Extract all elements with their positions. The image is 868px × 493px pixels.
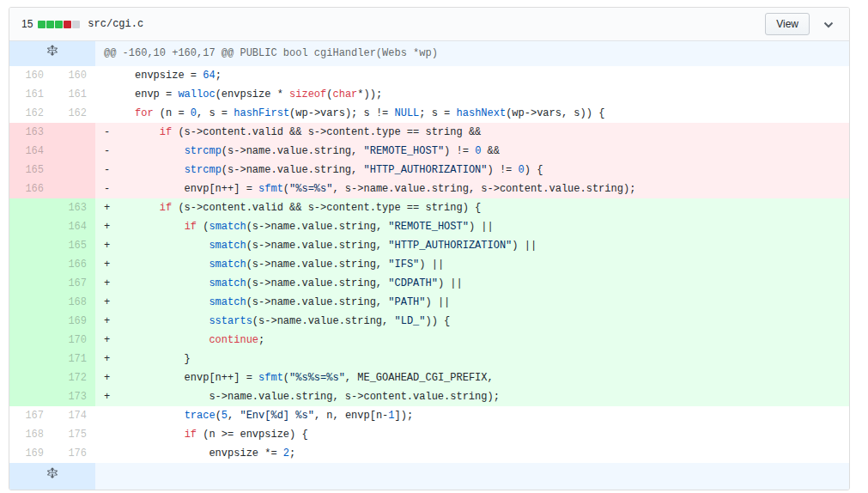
old-line-number[interactable]: 163 [9,123,52,142]
code-token: , s = [197,107,234,119]
file-options-dropdown[interactable] [822,16,835,33]
code-token: (envpsize * [215,88,289,100]
old-line-number[interactable] [9,198,52,217]
code-token: "HTTP_AUTHORIZATION" [363,164,487,176]
code-token: sstarts [209,315,252,327]
code-token: (s->name.value.string, [252,315,395,327]
code-token: ) != [488,164,519,176]
new-line-number[interactable]: 164 [52,217,95,236]
old-line-number[interactable] [9,312,52,331]
code-token: sfmt [258,372,283,384]
code-token: smatch [209,221,246,233]
new-line-number[interactable]: 162 [52,104,95,123]
code-token [110,145,184,157]
new-line-number[interactable]: 163 [52,198,95,217]
diff-line: 164- strcmp(s->name.value.string, "REMOT… [9,142,849,161]
new-line-number[interactable] [52,142,95,161]
old-line-number[interactable]: 161 [9,85,52,104]
code-token [110,240,209,252]
code-token: envpsize *= [110,447,283,460]
code-token [110,221,184,233]
code-token [110,202,160,214]
new-line-number[interactable] [52,180,95,198]
unfold-icon [47,48,58,60]
code-token: sfmt [258,183,283,195]
diff-line: 165+ smatch(s->name.value.string, "HTTP_… [9,236,849,255]
view-button[interactable]: View [765,13,810,35]
old-line-number[interactable] [9,217,52,236]
new-line-number[interactable]: 175 [52,425,95,444]
old-line-number[interactable] [9,293,52,312]
new-line-number[interactable]: 169 [52,312,95,331]
new-line-number[interactable]: 172 [52,368,95,387]
diffstat-block-neutral [72,21,80,28]
diff-line: 170+ continue; [9,331,849,350]
code-token: "REMOTE_HOST" [363,145,444,157]
old-line-number[interactable] [9,331,52,350]
file-name-link[interactable]: src/cgi.c [88,18,143,30]
code-token: ) || [512,240,537,252]
changes-count: 15 [21,18,33,30]
code-token: "CDPATH" [388,277,438,289]
diff-table-body: @@ -160,10 +160,17 @@ PUBLIC bool cgiHan… [9,41,849,490]
code-token [110,107,135,119]
old-line-number[interactable]: 167 [9,406,52,425]
new-line-number[interactable]: 174 [52,406,95,425]
old-line-number[interactable]: 168 [9,425,52,444]
code-cell: + if (s->content.valid && s->content.typ… [95,198,849,217]
old-line-number[interactable] [9,350,52,368]
old-line-number[interactable]: 169 [9,444,52,463]
new-line-number[interactable]: 165 [52,236,95,255]
code-token: , n, envp[n- [314,410,388,422]
diff-line: 167+ smatch(s->name.value.string, "CDPAT… [9,274,849,293]
diff-line: 163- if (s->content.valid && s->content.… [9,123,849,142]
old-line-number[interactable] [9,274,52,293]
old-line-number[interactable]: 164 [9,142,52,161]
code-token: (n >= envpsize) { [197,429,308,441]
code-token [110,126,160,138]
code-cell: + envp[n++] = sfmt("%s%s=%s", ME_GOAHEAD… [95,368,849,387]
code-token [110,315,209,327]
code-token: ; s = [419,107,456,119]
file-header: 15 src/cgi.c View [9,8,849,41]
new-line-number[interactable]: 170 [52,331,95,350]
diff-line: 169+ sstarts(s->name.value.string, "LD_"… [9,312,849,331]
code-token: strcmp [185,145,222,157]
code-token: ; [289,447,295,460]
new-line-number[interactable]: 168 [52,293,95,312]
code-token: "%s=%s" [289,183,332,195]
old-line-number[interactable]: 165 [9,161,52,180]
code-token [110,410,184,422]
code-cell: + smatch(s->name.value.string, "PATH") |… [95,293,849,312]
old-line-number[interactable]: 166 [9,180,52,198]
diff-line: 162162 for (n = 0, s = hashFirst(wp->var… [9,104,849,123]
code-token: 5 [222,410,228,422]
old-line-number[interactable] [9,255,52,274]
new-line-number[interactable]: 173 [52,387,95,406]
old-line-number[interactable] [9,236,52,255]
code-token: , ME_GOAHEAD_CGI_PREFIX, [345,372,494,384]
new-line-number[interactable] [52,123,95,142]
new-line-number[interactable]: 176 [52,444,95,463]
code-token: (s->name.value.string, [246,296,389,308]
code-cell: + continue; [95,331,849,350]
code-cell: + if (smatch(s->name.value.string, "REMO… [95,217,849,236]
new-line-number[interactable]: 167 [52,274,95,293]
hunk-header-text: @@ -160,10 +160,17 @@ PUBLIC bool cgiHan… [95,41,849,66]
new-line-number[interactable]: 171 [52,350,95,368]
diff-line: 171+ } [9,350,849,368]
old-line-number[interactable]: 160 [9,66,52,85]
old-line-number[interactable] [9,368,52,387]
code-token: if [185,429,197,441]
new-line-number[interactable]: 160 [52,66,95,85]
expand-hunk-button[interactable] [9,41,95,66]
new-line-number[interactable]: 161 [52,85,95,104]
old-line-number[interactable] [9,387,52,406]
old-line-number[interactable]: 162 [9,104,52,123]
unfold-icon [47,471,58,483]
expander-spacer [95,463,849,490]
new-line-number[interactable] [52,161,95,180]
new-line-number[interactable]: 166 [52,255,95,274]
expand-below-button[interactable] [9,463,95,490]
code-cell: + } [95,350,849,368]
